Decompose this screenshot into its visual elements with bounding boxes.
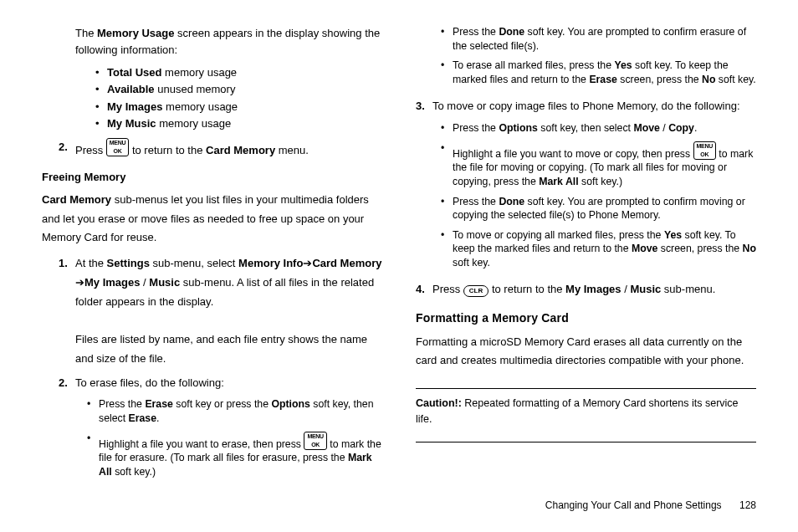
move-copy-substeps: Press the Options soft key, then select … [441, 121, 756, 275]
menu-ok-key-icon: MENUOK [106, 138, 129, 156]
list-item: Highlight a file you want to move or cop… [441, 141, 756, 189]
footer-section: Changing Your Call and Phone Settings [545, 499, 722, 511]
left-column: The Memory Usage screen appears in the d… [42, 25, 382, 485]
step-4-return: 4. Press CLR to return to the My Images … [416, 280, 756, 299]
menu-ok-key-icon: MENUOK [693, 141, 716, 160]
list-item: Press the Options soft key, then select … [441, 121, 756, 136]
list-item: Press the Done soft key. You are prompte… [441, 25, 756, 53]
menu-ok-key-icon: MENUOK [304, 432, 326, 450]
divider [416, 388, 756, 389]
page-footer: Changing Your Call and Phone Settings 12… [545, 498, 756, 514]
card-memory-para: Card Memory sub-menus let you list files… [42, 191, 382, 248]
memory-usage-intro: The Memory Usage screen appears in the d… [75, 25, 382, 59]
step-number: 2. [59, 374, 75, 393]
step-number: 3. [416, 97, 432, 116]
erase-substeps-cont: Press the Done soft key. You are prompte… [441, 25, 756, 92]
divider [416, 442, 756, 442]
caution-note: Caution!: Repeated formatting of a Memor… [416, 394, 756, 430]
clr-key-icon: CLR [463, 285, 489, 297]
step-3-move-copy: 3. To move or copy image files to Phone … [416, 97, 756, 116]
step-number: 4. [416, 280, 432, 299]
list-item: Press the Erase soft key or press the Op… [87, 397, 382, 425]
arrow-icon: ➔ [75, 274, 84, 293]
formatting-para: Formatting a microSD Memory Card erases … [416, 333, 756, 370]
list-item: To move or copying all marked files, pre… [441, 228, 756, 270]
memory-usage-list: Total Used memory usage Available unused… [95, 65, 382, 133]
step-2-erase: 2. To erase files, do the following: [59, 374, 382, 393]
list-item: My Music memory usage [95, 116, 382, 131]
list-item: Total Used memory usage [95, 65, 382, 80]
list-item: Press the Done soft key. You are prompte… [441, 195, 756, 223]
list-item: My Images memory usage [95, 100, 382, 115]
heading-formatting: Formatting a Memory Card [416, 309, 756, 328]
step-number: 1. [59, 254, 75, 369]
list-item: To erase all marked files, press the Yes… [441, 59, 756, 86]
page-columns: The Memory Usage screen appears in the d… [42, 25, 756, 485]
list-item: Highlight a file you want to erase, then… [87, 432, 382, 479]
list-item: Available unused memory [95, 82, 382, 97]
right-column: Press the Done soft key. You are prompte… [416, 25, 756, 485]
step-number: 2. [59, 138, 75, 161]
erase-substeps: Press the Erase soft key or press the Op… [87, 397, 382, 484]
step-2-return: 2. Press MENUOK to return to the Card Me… [59, 138, 382, 161]
page-number: 128 [739, 499, 756, 511]
heading-freeing-memory: Freeing Memory [42, 169, 382, 186]
arrow-icon: ➔ [303, 254, 312, 274]
step-1-settings: 1. At the Settings sub-menu, select Memo… [59, 254, 382, 369]
